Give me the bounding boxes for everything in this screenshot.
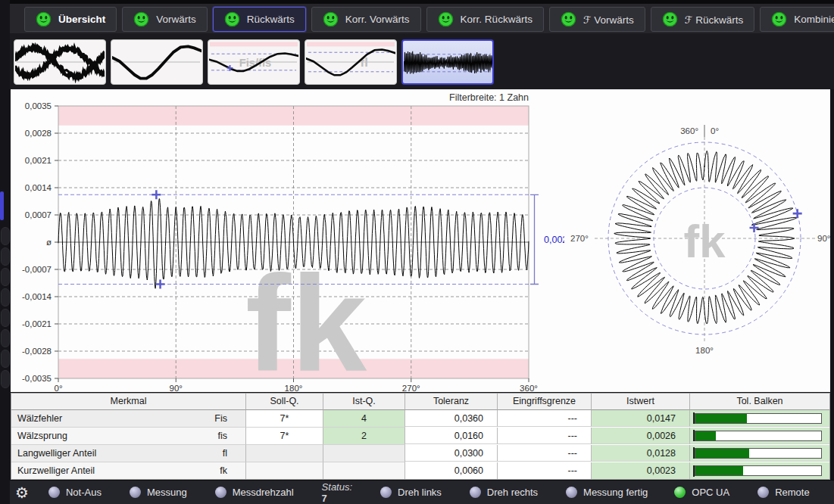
- cell-eingriffsgrenze: ---: [498, 410, 592, 427]
- table-row-fis[interactable]: Wälzsprungfis7*20,0160---0,0026: [11, 428, 829, 445]
- cell-istwert: 0,0026: [592, 428, 690, 444]
- x-tick-label: 270°: [402, 384, 420, 392]
- smiley-icon: [438, 11, 454, 27]
- led-gray-icon: [215, 487, 226, 498]
- tab-bar: ÜbersichtVorwärtsRückwärtsKorr. Vorwärts…: [24, 7, 834, 32]
- cell-tol-balken: [690, 410, 829, 427]
- col-header-eingriffsgrenze: Eingriffsgrenze: [498, 394, 592, 410]
- cell-soll-q: 7*: [246, 428, 323, 445]
- merkmal-name: Wälzfehler: [17, 410, 62, 427]
- col-header-soll-q-: Soll-Q.: [246, 394, 323, 410]
- x-tick-label: 360°: [520, 384, 538, 392]
- tab-kombiniert[interactable]: Kombiniert: [760, 7, 834, 32]
- y-tick-label: -0,0035: [22, 374, 52, 383]
- led-gray-icon: [566, 487, 577, 498]
- table-row-fk[interactable]: Kurzwelliger Anteilfk0,0060---0,0023: [11, 462, 829, 479]
- smiley-icon: [561, 11, 576, 27]
- cell-merkmal: WälzfehlerFis: [11, 410, 246, 428]
- table-row-fis[interactable]: WälzfehlerFis7*40,0360---0,0147: [11, 410, 829, 428]
- tab-rückwärts[interactable]: Rückwärts: [213, 7, 306, 32]
- merkmal-symbol: fl: [223, 445, 227, 462]
- cell-istwert: 0,0023: [592, 462, 690, 479]
- status-label: Dreh rechts: [487, 487, 538, 498]
- thumbnail-fis-fis[interactable]: Fis/fis: [208, 39, 300, 85]
- status-indicator-dreh-rechts: Dreh rechts: [470, 487, 538, 498]
- status-indicator-not-aus: Not-Aus: [48, 487, 102, 498]
- thumbnail-kombinierte-wellen[interactable]: [14, 39, 106, 85]
- col-header-toleranz: Toleranz: [405, 394, 498, 410]
- tab-label: Korr. Rückwärts: [461, 14, 533, 25]
- side-strip-accent[interactable]: [0, 191, 4, 220]
- tab-label: ℱ Rückwärts: [685, 14, 743, 26]
- thumbnail-gesamtkurve[interactable]: [111, 39, 203, 85]
- polar-chart[interactable]: fk 360° 0° 270° 90° 180°: [564, 89, 830, 392]
- y-tick-label: 0,0007: [25, 210, 52, 219]
- status-indicator-messung-fertig: Messung fertig: [566, 487, 648, 498]
- cell-ist-q: [323, 462, 405, 479]
- cell-toleranz: 0,0300: [405, 445, 498, 462]
- side-strip-notch: [1, 288, 10, 306]
- merkmal-symbol: Fis: [214, 410, 227, 427]
- results-table: MerkmalSoll-Q.Ist-Q.ToleranzEingriffsgre…: [11, 393, 830, 480]
- app-window: ÜbersichtVorwärtsRückwärtsKorr. Vorwärts…: [0, 0, 834, 504]
- merkmal-symbol: fk: [220, 462, 227, 479]
- side-strip-notch: [1, 309, 10, 327]
- tolerance-bar-fill: [695, 449, 749, 458]
- cell-istwert: 0,0147: [592, 410, 690, 427]
- status-label: Remote: [775, 487, 810, 498]
- led-gray-icon: [48, 487, 60, 498]
- tab--rückwärts[interactable]: ℱ Rückwärts: [651, 7, 754, 32]
- y-tick-label: 0,0035: [25, 101, 52, 110]
- polar-label-360: 360°: [680, 126, 698, 135]
- tab-übersicht[interactable]: Übersicht: [24, 7, 117, 32]
- smiley-icon: [771, 11, 787, 27]
- status-label: Dreh links: [398, 487, 442, 498]
- x-tick-label: 90°: [170, 384, 183, 392]
- thumbnail-fk[interactable]: [401, 39, 494, 85]
- cell-istwert: 0,0128: [592, 445, 690, 462]
- table-row-fl[interactable]: Langwelliger Anteilfl0,0300---0,0128: [11, 445, 829, 462]
- status-indicator-dreh-links: Dreh links: [380, 487, 442, 498]
- tab-label: ℱ Vorwärts: [583, 14, 634, 26]
- smiley-icon: [36, 11, 52, 27]
- polar-watermark: fk: [683, 215, 726, 267]
- tab-korr-vorwärts[interactable]: Korr. Vorwärts: [311, 7, 421, 32]
- side-strip-notch: [1, 370, 10, 388]
- x-tick-label: 0°: [55, 384, 63, 392]
- cell-tol-balken: [690, 462, 829, 479]
- cell-ist-q: [323, 445, 405, 462]
- line-chart[interactable]: 0,00350,00280,00210,00140,0007ø-0,0007-0…: [11, 89, 564, 392]
- tab-korr-rückwärts[interactable]: Korr. Rückwärts: [426, 7, 544, 32]
- led-gray-icon: [130, 487, 141, 498]
- tolerance-bar-fill: [695, 466, 743, 475]
- tab-vorwärts[interactable]: Vorwärts: [122, 7, 208, 32]
- thumbnail-strip: Fis/fisfl: [10, 33, 834, 89]
- tolerance-bar-fill: [695, 431, 716, 440]
- merkmal-name: Kurzwelliger Anteil: [17, 462, 95, 479]
- tolerance-bar-fill: [695, 414, 747, 423]
- tolerance-bar-track: [695, 448, 822, 459]
- gear-icon[interactable]: ⚙: [15, 484, 29, 502]
- cell-tol-balken: [690, 445, 829, 462]
- tolerance-bar-track: [695, 413, 822, 424]
- col-header-merkmal: Merkmal: [11, 394, 246, 410]
- tab-label: Rückwärts: [247, 14, 295, 25]
- y-tick-label: 0,0028: [25, 129, 52, 138]
- filter-width-label: Filterbreite: 1 Zahn: [449, 92, 529, 103]
- polar-label-90: 90°: [817, 234, 830, 243]
- cell-toleranz: 0,0060: [405, 462, 498, 479]
- left-side-strip[interactable]: [0, 0, 10, 504]
- smiley-icon: [224, 11, 240, 27]
- tab--vorwärts[interactable]: ℱ Vorwärts: [549, 7, 645, 32]
- tab-label: Korr. Vorwärts: [345, 14, 410, 25]
- thumbnail-fl[interactable]: fl: [305, 39, 397, 85]
- status-label: Messdrehzahl: [233, 487, 294, 498]
- status-value: Status: 7: [322, 481, 352, 504]
- y-tick-label: 0,0021: [25, 156, 52, 165]
- cell-eingriffsgrenze: ---: [498, 428, 592, 444]
- tolerance-bar-track: [695, 431, 822, 441]
- status-indicator-messdrehzahl: Messdrehzahl: [215, 487, 294, 498]
- cell-merkmal: Wälzsprungfis: [11, 428, 246, 445]
- smiley-icon: [662, 11, 678, 27]
- cell-eingriffsgrenze: ---: [498, 445, 592, 462]
